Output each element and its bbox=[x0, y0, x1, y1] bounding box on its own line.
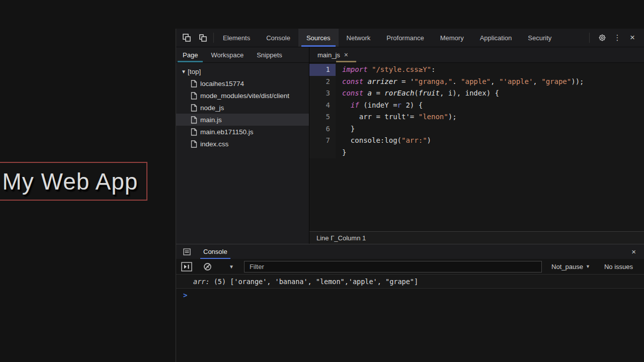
code-text: } bbox=[336, 147, 346, 159]
tree-item-label: index.css bbox=[200, 140, 228, 148]
file-icon bbox=[191, 128, 200, 136]
chevron-down-icon: ▼ bbox=[586, 264, 590, 269]
tab-proformance[interactable]: Proformance bbox=[378, 29, 432, 47]
line-number: 4 bbox=[309, 100, 336, 112]
settings-gear-icon[interactable] bbox=[596, 33, 609, 42]
close-devtools-icon[interactable]: × bbox=[626, 33, 639, 42]
tab-page[interactable]: Page bbox=[176, 47, 204, 62]
tree-root-label: [top] bbox=[188, 68, 201, 75]
console-tab-label: Console bbox=[203, 248, 227, 255]
tab-elements[interactable]: Elements bbox=[215, 29, 258, 47]
close-drawer-icon[interactable]: × bbox=[631, 247, 636, 256]
line-number: 1 bbox=[309, 64, 336, 76]
issues-counter[interactable]: No issues bbox=[604, 263, 633, 270]
tree-item-main-js[interactable]: main.js bbox=[176, 114, 309, 126]
code-text: arr = trult'= "lenon"); bbox=[336, 111, 457, 123]
console-sidebar-icon[interactable] bbox=[183, 248, 191, 255]
console-context-icon[interactable] bbox=[181, 262, 192, 272]
tab-modified-indicator bbox=[336, 61, 356, 62]
line-number: 3 bbox=[309, 87, 336, 100]
editor-tab-main-js[interactable]: main_js × bbox=[309, 47, 354, 62]
inspect-element-icon[interactable] bbox=[182, 33, 191, 42]
file-icon bbox=[191, 140, 200, 148]
console-filter-input[interactable] bbox=[244, 261, 542, 273]
tree-root[interactable]: ▼[top] bbox=[176, 65, 309, 77]
pause-on-exceptions-dropdown[interactable]: Not_pause ▼ bbox=[551, 263, 590, 270]
code-text: const arrizer = '"granga,". "apple", "'a… bbox=[336, 76, 584, 88]
cursor-position-label: Line Γ_Column 1 bbox=[316, 234, 366, 242]
tab-console[interactable]: Console bbox=[258, 29, 298, 47]
code-line[interactable]: 4 if (indeY =r 2) { bbox=[309, 100, 644, 112]
tab-security[interactable]: Security bbox=[520, 29, 559, 47]
toolbar-divider bbox=[589, 33, 590, 43]
tab-sources[interactable]: Sources bbox=[298, 29, 339, 47]
code-line[interactable]: 5 arr = trult'= "lenon"); bbox=[309, 111, 644, 123]
tab-snippets[interactable]: Snippets bbox=[250, 47, 289, 62]
file-icon bbox=[191, 116, 200, 124]
editor-status-bar: Line Γ_Column 1 bbox=[309, 231, 644, 244]
close-tab-icon[interactable]: × bbox=[344, 51, 348, 59]
code-line[interactable]: 3const a = rorEach(fruit, i), index) { bbox=[309, 87, 644, 100]
devtools-main-tabbar: ElementsConsoleSourcesNetworkProformance… bbox=[176, 29, 644, 47]
console-filter-dropdown-icon[interactable]: ▼ bbox=[229, 264, 234, 269]
tab-workspace[interactable]: Workspace bbox=[204, 47, 250, 62]
tree-item-locaihes15774[interactable]: locaihes15774 bbox=[176, 77, 309, 89]
tree-item-node-js[interactable]: node_js bbox=[176, 102, 309, 114]
line-number: 6 bbox=[309, 123, 336, 135]
code-line[interactable]: 2const arrizer = '"granga,". "apple", "'… bbox=[309, 76, 644, 88]
code-line[interactable]: } bbox=[309, 147, 644, 159]
line-number: 2 bbox=[309, 76, 336, 88]
tree-item-label: main.js bbox=[200, 116, 222, 124]
code-text: const a = rorEach(fruit, i), index) { bbox=[336, 87, 499, 100]
console-drawer-header: Console × bbox=[176, 244, 644, 259]
line-number bbox=[309, 147, 336, 159]
code-line[interactable]: 7 console:log("arr:") bbox=[309, 135, 644, 147]
tree-item-label: mode_modules/vite/dist/client bbox=[200, 92, 289, 100]
code-text: if (indeY =r 2) { bbox=[336, 100, 423, 112]
line-number: 7 bbox=[309, 135, 336, 147]
file-icon bbox=[191, 104, 200, 112]
tab-memory[interactable]: Memory bbox=[432, 29, 472, 47]
toolbar-divider bbox=[213, 33, 214, 43]
sources-sidebar: PageWorkspaceSnippets ▼[top]locaihes1577… bbox=[176, 47, 309, 244]
code-editor: main_js × 1import "/style.css≥Y":2const … bbox=[309, 47, 644, 244]
tree-item-label: locaihes15774 bbox=[200, 80, 244, 87]
console-drawer: Console × ▼ Not_pause ▼ No issues bbox=[176, 244, 644, 362]
editor-tabbar: main_js × bbox=[309, 47, 644, 63]
chevron-expanded-icon: ▼ bbox=[181, 69, 187, 74]
kebab-menu-icon[interactable]: ⋮ bbox=[611, 33, 624, 42]
console-prompt[interactable]: > bbox=[176, 289, 644, 302]
page-title: My Web App bbox=[0, 162, 147, 201]
file-icon bbox=[191, 80, 200, 87]
code-text: import "/style.css≥Y": bbox=[336, 64, 435, 76]
tree-item-label: main.eb171150.js bbox=[200, 128, 254, 136]
file-icon bbox=[191, 92, 200, 100]
editor-tab-label: main_js bbox=[317, 51, 340, 59]
code-text: console:log("arr:") bbox=[336, 135, 431, 147]
clear-console-icon[interactable] bbox=[203, 262, 212, 271]
console-toolbar: ▼ Not_pause ▼ No issues bbox=[176, 259, 644, 275]
file-tree: ▼[top]locaihes15774mode_modules/vite/dis… bbox=[176, 63, 309, 244]
tree-item-main-eb171150-js[interactable]: main.eb171150.js bbox=[176, 126, 309, 138]
tree-item-label: node_js bbox=[200, 104, 224, 112]
device-toolbar-icon[interactable] bbox=[198, 33, 207, 42]
tab-application[interactable]: Application bbox=[472, 29, 520, 47]
tab-console-drawer[interactable]: Console bbox=[202, 244, 228, 259]
console-log-entry[interactable]: arr: (5) ['orange', 'banana', "lemon",'a… bbox=[176, 275, 644, 289]
prompt-chevron-icon: > bbox=[183, 291, 187, 299]
tree-item-mode-modules-vite-dist-client[interactable]: mode_modules/vite/dist/client bbox=[176, 89, 309, 102]
line-number: 5 bbox=[309, 111, 336, 123]
pause-dropdown-label: Not_pause bbox=[551, 263, 583, 270]
code-line[interactable]: 6 } bbox=[309, 123, 644, 135]
code-area[interactable]: 1import "/style.css≥Y":2const arrizer = … bbox=[309, 63, 644, 231]
tab-network[interactable]: Network bbox=[339, 29, 379, 47]
sources-sidebar-tabbar: PageWorkspaceSnippets bbox=[176, 47, 309, 63]
code-text: } bbox=[336, 123, 355, 135]
code-line[interactable]: 1import "/style.css≥Y": bbox=[309, 64, 644, 76]
devtools-panel: ElementsConsoleSourcesNetworkProformance… bbox=[176, 29, 644, 362]
tree-item-index-css[interactable]: index.css bbox=[176, 138, 309, 150]
